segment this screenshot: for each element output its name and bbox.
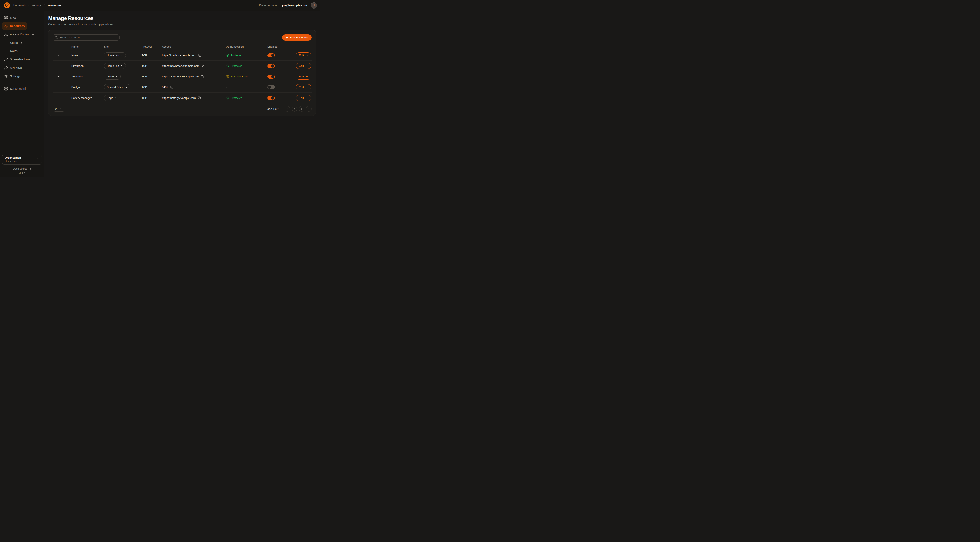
shield-check-icon [226,64,229,67]
arrow-up-right-icon [125,86,127,89]
row-menu-button[interactable] [56,96,61,100]
column-header-name[interactable]: Name [71,45,104,48]
table-row-bitwarden: BitwardenHome LabTCPhttps://bitwarden.ex… [52,61,312,71]
site-link[interactable]: Home Lab [104,52,126,58]
column-header-site[interactable]: Site [104,45,142,48]
last-page-button[interactable] [306,106,312,112]
search-input[interactable] [52,34,119,41]
chevron-down-icon [32,33,35,36]
breadcrumb-separator-icon [27,4,30,7]
sidebar-item-shareable-links[interactable]: Shareable Links [2,56,33,63]
enabled-toggle[interactable] [267,75,275,79]
chevron-right-icon [20,41,23,45]
shield-check-icon [226,54,229,57]
link-icon [4,58,8,61]
organization-switcher[interactable]: Organization Home Lab [2,155,42,164]
add-resource-button[interactable]: Add Resource [282,34,312,41]
enabled-toggle[interactable] [267,64,275,68]
scrollbar[interactable] [320,0,320,177]
user-email[interactable]: joe@example.com [282,4,307,7]
sidebar-item-server-admin[interactable]: Server Admin [2,85,29,92]
page-size-select[interactable]: 20 [52,106,65,112]
site-link[interactable]: Edge 01 [104,95,123,101]
resource-name: Bitwarden [71,64,104,67]
row-menu-button[interactable] [56,64,61,68]
authentication-cell: Protected [226,96,267,99]
column-label: Enabled [267,45,278,48]
site-link[interactable]: Office [104,73,121,80]
arrow-right-icon [305,86,308,89]
sidebar-item-resources[interactable]: Resources [2,22,27,30]
authentication-value: Protected [231,64,242,67]
table-header: NameSiteProtocolAccessAuthenticationEnab… [52,43,312,50]
documentation-link[interactable]: Documentation [259,4,278,7]
edit-button[interactable]: Edit [296,52,311,58]
toggle-knob [271,75,274,78]
breadcrumb: home-labsettingsresources [13,4,62,7]
settings-icon [4,75,8,78]
toggle-knob [271,54,274,57]
chevron-down-icon [60,107,63,110]
shield-check-icon [226,96,229,99]
breadcrumb-separator-icon [43,4,46,7]
ellipsis-icon [57,54,60,57]
first-page-button[interactable] [285,106,290,112]
page-indicator: Page 1 of 1 [266,107,280,110]
edit-button[interactable]: Edit [296,73,311,80]
ellipsis-icon [57,64,60,67]
sidebar-item-label: Users [10,41,18,45]
pagination-buttons [285,106,312,112]
pagination: 20 Page 1 of 1 [52,106,312,112]
sidebar-item-label: Sites [10,16,16,19]
sidebar-item-users[interactable]: Users [2,39,25,46]
enabled-toggle[interactable] [267,85,275,89]
protocol-value: TCP [142,64,162,67]
protocol-value: TCP [142,96,162,99]
waypoints-icon [4,24,8,28]
enabled-toggle[interactable] [267,53,275,57]
previous-page-button[interactable] [292,106,297,112]
breadcrumb-home-lab[interactable]: home-lab [13,4,25,7]
sort-icon [110,45,113,48]
column-label: Access [162,45,171,48]
ellipsis-icon [57,96,60,99]
copy-icon [170,86,173,89]
copy-button[interactable] [201,64,205,68]
sidebar-item-roles[interactable]: Roles [2,47,20,55]
row-menu-button[interactable] [56,85,61,89]
table-body: ImmichHome LabTCPhttps://immich.example.… [52,50,312,103]
avatar[interactable]: J [311,2,317,9]
toggle-knob [271,96,274,99]
arrow-up-right-icon [121,54,123,57]
table-row-authentik: AuthentikOfficeTCPhttps://authentik.exam… [52,71,312,82]
sidebar-item-sites[interactable]: Sites [2,14,19,21]
sidebar-item-label: Server Admin [10,87,27,90]
copy-button[interactable] [197,96,201,100]
protocol-value: TCP [142,86,162,89]
edit-label: Edit [299,86,304,89]
sidebar-item-settings[interactable]: Settings [2,72,23,80]
site-name: Second Office [107,86,123,89]
row-menu-button[interactable] [56,53,61,57]
copy-button[interactable] [170,85,173,89]
site-link[interactable]: Second Office [104,84,130,90]
column-header-authentication[interactable]: Authentication [226,45,267,48]
open-source-link[interactable]: Open Source [0,167,44,170]
sidebar-item-access-control[interactable]: Access Control [2,30,37,38]
arrow-right-icon [305,65,308,67]
sidebar: SitesResourcesAccess ControlUsersRolesSh… [0,11,44,177]
breadcrumb-settings[interactable]: settings [32,4,41,7]
edit-button[interactable]: Edit [296,63,311,69]
copy-button[interactable] [200,75,204,78]
row-menu-button[interactable] [56,74,61,79]
edit-button[interactable]: Edit [296,95,311,101]
next-page-button[interactable] [299,106,304,112]
topbar: home-labsettingsresources Documentation … [0,0,320,11]
site-link[interactable]: Home Lab [104,63,126,69]
copy-button[interactable] [198,54,202,57]
sort-icon [245,45,248,48]
edit-button[interactable]: Edit [296,84,311,90]
enabled-toggle[interactable] [267,96,275,100]
sidebar-item-api-keys[interactable]: API Keys [2,64,24,72]
page-title: Manage Resources [48,15,316,21]
